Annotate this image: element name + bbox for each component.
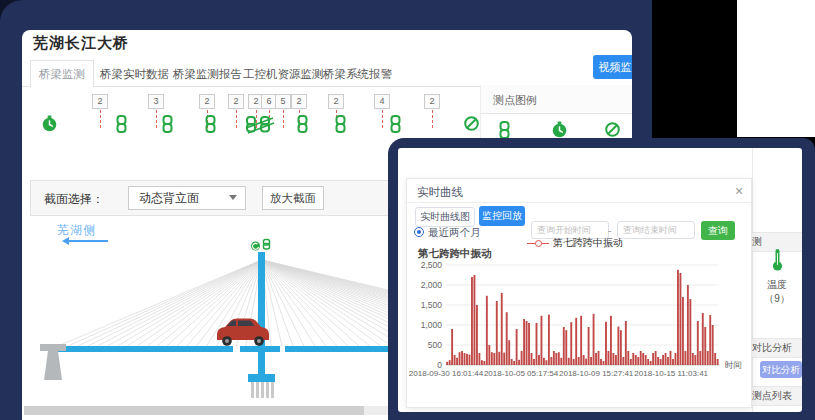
point-list-header: 测点列表 <box>752 386 802 406</box>
compare-analysis-header: 对比分析 <box>752 338 802 358</box>
bridge-foundation <box>248 374 275 398</box>
scrollbar-thumb[interactable] <box>24 406 364 415</box>
chart-legend[interactable]: 第七跨跨中振动 <box>527 237 623 249</box>
svg-text:1,500: 1,500 <box>421 300 443 310</box>
svg-text:2,000: 2,000 <box>421 280 443 290</box>
svg-text:500: 500 <box>428 340 442 350</box>
chevron-down-icon <box>229 195 237 200</box>
section-select-value: 动态背立面 <box>139 191 199 205</box>
tab-realtime-curve-chart[interactable]: 实时曲线图 <box>415 207 475 227</box>
svg-text:2018-09-30 16:01:44: 2018-09-30 16:01:44 <box>409 369 484 378</box>
section-select-dropdown[interactable]: 动态背立面 <box>128 186 246 210</box>
section-select-label: 截面选择： <box>44 191 104 208</box>
temperature-label: 温度 <box>752 278 802 292</box>
screen: 芜湖长江大桥 桥梁监测 桥梁实时数据 桥梁监测报告 工控机资源监测 桥梁系统报警… <box>0 0 815 420</box>
vibration-chart: 05001,0001,5002,0002,5002018-09-30 16:01… <box>407 256 753 388</box>
svg-text:2,500: 2,500 <box>421 260 443 270</box>
svg-text:2018-10-09 15:27:41: 2018-10-09 15:27:41 <box>559 369 634 378</box>
query-button[interactable]: 查询 <box>701 221 735 240</box>
svg-text:2018-10-05 05:17:54: 2018-10-05 05:17:54 <box>484 369 559 378</box>
last-two-months-label: 最近两个月 <box>428 226 481 240</box>
bridge-tower <box>258 252 265 380</box>
temperature-count: （9） <box>752 292 802 306</box>
enlarge-section-button[interactable]: 放大截面 <box>262 186 324 210</box>
tower-top-sensor-icons[interactable] <box>251 240 270 251</box>
svg-text:时间: 时间 <box>725 360 742 370</box>
legend-series-label: 第七跨跨中振动 <box>553 236 623 250</box>
dialog-title: 实时曲线 <box>417 185 463 200</box>
date-range-separator: - <box>608 225 611 236</box>
bridge-deck <box>55 346 233 352</box>
realtime-curve-dialog: 实时曲线 × 实时曲线图 监控回放 最近两个月 查询开始时间 - 查询结束时间 … <box>406 178 752 408</box>
last-two-months-radio[interactable] <box>414 227 424 237</box>
close-icon[interactable]: × <box>735 183 743 199</box>
tab-monitor-playback[interactable]: 监控回放 <box>479 206 525 226</box>
tab-bridge-monitoring[interactable]: 桥梁监测 <box>30 60 94 87</box>
modal-inner-window: 测 温度 （9） 对比分析 对比分析 测点列表 实时曲线 × 实时曲线图 监控回… <box>398 148 802 412</box>
compare-analysis-button[interactable]: 对比分析 <box>760 361 802 378</box>
svg-text:2018-10-15 11:03:41: 2018-10-15 11:03:41 <box>634 369 708 378</box>
query-end-time-input[interactable]: 查询结束时间 <box>617 221 695 239</box>
white-corner-region <box>737 0 815 137</box>
temperature-block[interactable]: 温度 （9） <box>752 248 802 306</box>
bridge-pier <box>40 344 66 380</box>
legend-line-marker-icon <box>527 243 549 244</box>
svg-text:1,000: 1,000 <box>421 320 443 330</box>
radio-dot <box>417 230 421 234</box>
thermometer-icon <box>771 248 784 272</box>
